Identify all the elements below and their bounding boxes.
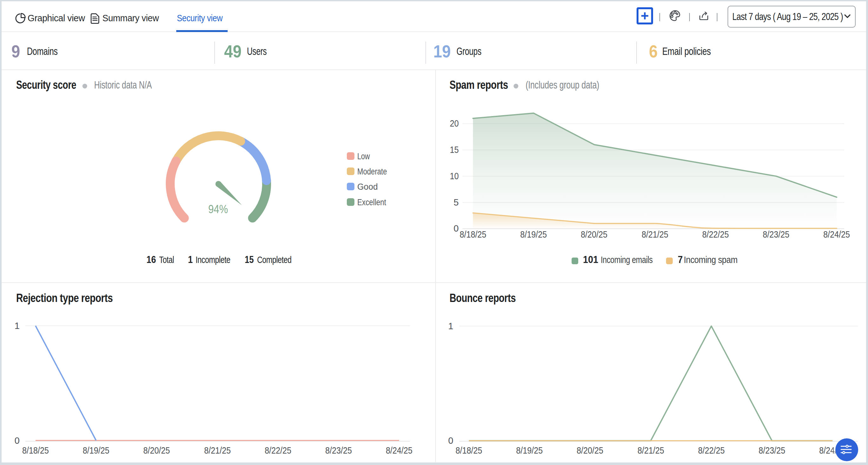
svg-text:0: 0 [14, 436, 20, 446]
svg-text:8/23/25: 8/23/25 [325, 445, 352, 456]
svg-text:0: 0 [454, 223, 459, 233]
svg-text:94%: 94% [208, 203, 228, 216]
svg-text:1: 1 [448, 321, 453, 331]
svg-text:1: 1 [14, 321, 20, 331]
svg-text:8/21/25: 8/21/25 [638, 445, 664, 456]
svg-text:8/20/25: 8/20/25 [143, 445, 170, 456]
svg-text:8/23/25: 8/23/25 [763, 229, 789, 239]
svg-text:8/23/25: 8/23/25 [758, 445, 785, 456]
svg-text:8/20/25: 8/20/25 [581, 229, 608, 239]
svg-text:8/19/25: 8/19/25 [516, 445, 543, 456]
svg-text:5: 5 [454, 197, 459, 207]
svg-text:8/22/25: 8/22/25 [698, 445, 725, 456]
svg-text:8/18/25: 8/18/25 [456, 445, 482, 456]
svg-text:8/22/25: 8/22/25 [265, 445, 291, 456]
svg-text:15: 15 [450, 145, 459, 155]
svg-text:8/22/25: 8/22/25 [702, 229, 729, 239]
svg-text:10: 10 [450, 171, 459, 181]
svg-text:8/24/25: 8/24/25 [823, 229, 850, 239]
svg-text:8/20/25: 8/20/25 [577, 445, 603, 456]
svg-text:8/21/25: 8/21/25 [204, 445, 231, 456]
svg-text:8/21/25: 8/21/25 [642, 229, 668, 239]
svg-text:8/24/25: 8/24/25 [386, 445, 412, 456]
svg-text:0: 0 [448, 436, 453, 446]
svg-text:8/19/25: 8/19/25 [520, 229, 547, 239]
svg-text:8/18/25: 8/18/25 [460, 229, 486, 239]
svg-text:8/19/25: 8/19/25 [83, 445, 110, 456]
svg-text:8/18/25: 8/18/25 [22, 445, 49, 456]
svg-text:20: 20 [450, 118, 459, 128]
